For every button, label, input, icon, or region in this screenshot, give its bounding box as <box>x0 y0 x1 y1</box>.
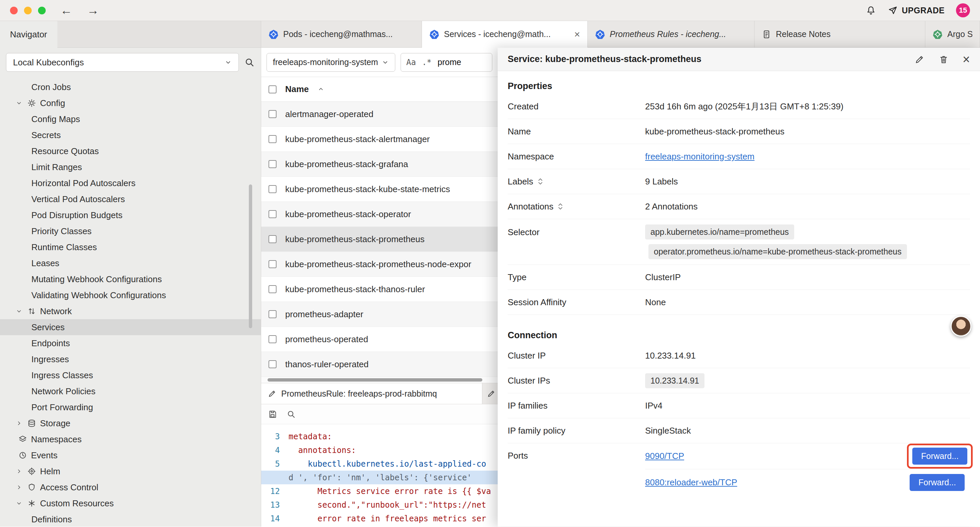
back-button[interactable]: ← <box>60 3 72 18</box>
window-minimize-button[interactable] <box>24 7 32 14</box>
select-all-checkbox[interactable] <box>269 85 277 93</box>
expand-collapse-icon[interactable] <box>538 177 543 186</box>
row-checkbox[interactable] <box>269 235 277 243</box>
sidebar-group-access-control[interactable]: Access Control <box>0 479 261 495</box>
row-checkbox[interactable] <box>269 160 277 168</box>
drawer-title: Service: kube-prometheus-stack-prometheu… <box>508 54 702 64</box>
forward-button-8080[interactable]: Forward... <box>910 474 965 491</box>
tab-argo[interactable]: Argo S <box>925 21 980 48</box>
sidebar-item-namespaces[interactable]: Namespaces <box>0 431 261 447</box>
tab-prometheus-rules[interactable]: Prometheus Rules - icecheng... <box>588 21 754 48</box>
tab-pods[interactable]: Pods - icecheng@mathmas... <box>261 21 422 48</box>
scrollbar-thumb[interactable] <box>267 378 482 382</box>
filter-input[interactable]: Aa .* prome <box>401 53 492 72</box>
edit-pencil-icon[interactable] <box>915 54 924 64</box>
sidebar-item-horizontal-pod-autoscalers[interactable]: Horizontal Pod Autoscalers <box>0 175 261 191</box>
editor-line: kubectl.kubernetes.io/last-applied-co <box>288 459 486 469</box>
row-checkbox[interactable] <box>269 135 277 143</box>
sidebar-item-priority-classes[interactable]: Priority Classes <box>0 223 261 239</box>
trash-icon[interactable] <box>939 54 949 64</box>
sidebar-item-cron-jobs[interactable]: Cron Jobs <box>0 79 261 95</box>
sidebar-item-mutating-webhook-configurations[interactable]: Mutating Webhook Configurations <box>0 271 261 287</box>
tab-services[interactable]: Services - icecheng@math... × <box>422 21 588 48</box>
kubernetes-icon <box>269 29 278 39</box>
kubeconfig-select[interactable]: Local Kubeconfigs <box>6 53 239 72</box>
tab-release-notes[interactable]: Release Notes <box>754 21 925 48</box>
upgrade-button[interactable]: UPGRADE <box>888 5 945 15</box>
table-row[interactable]: prometheus-adapter <box>261 302 498 327</box>
close-drawer-icon[interactable]: × <box>963 53 970 66</box>
sidebar-item-pod-disruption-budgets[interactable]: Pod Disruption Budgets <box>0 207 261 223</box>
sidebar-item-vertical-pod-autoscalers[interactable]: Vertical Pod Autoscalers <box>0 191 261 207</box>
navigator-panel-tab[interactable]: Navigator <box>0 21 57 48</box>
sidebar-group-network[interactable]: Network <box>0 303 261 319</box>
save-icon[interactable] <box>268 409 277 419</box>
row-checkbox[interactable] <box>269 335 277 343</box>
sidebar-item-ingresses[interactable]: Ingresses <box>0 351 261 367</box>
table-row[interactable]: kube-prometheus-stack-operator <box>261 202 498 227</box>
table-row[interactable]: kube-prometheus-stack-grafana <box>261 152 498 177</box>
editor-search-icon[interactable] <box>286 409 296 419</box>
sidebar-item-leases[interactable]: Leases <box>0 255 261 271</box>
sidebar-item-events[interactable]: Events <box>0 447 261 463</box>
sidebar-item-services[interactable]: Services <box>0 319 261 335</box>
sidebar-group-config[interactable]: Config <box>0 95 261 111</box>
close-tab-icon[interactable]: × <box>574 29 580 39</box>
match-case-toggle[interactable]: Aa <box>406 58 416 67</box>
sidebar-item-config-maps[interactable]: Config Maps <box>0 111 261 127</box>
notification-count-badge[interactable]: 15 <box>956 3 970 18</box>
sidebar-item-resource-quotas[interactable]: Resource Quotas <box>0 143 261 159</box>
row-checkbox[interactable] <box>269 360 277 368</box>
table-row[interactable]: kube-prometheus-stack-kube-state-metrics <box>261 177 498 202</box>
editor-line: Metrics service error rate is {{ $va <box>288 487 491 496</box>
sidebar-item-port-forwarding[interactable]: Port Forwarding <box>0 399 261 415</box>
custom-resources-star-icon <box>26 499 37 508</box>
sidebar-group-helm[interactable]: Helm <box>0 463 261 479</box>
row-checkbox[interactable] <box>269 210 277 218</box>
row-checkbox[interactable] <box>269 260 277 268</box>
port-link-8080-reloader-web[interactable]: 8080:reloader-web/TCP <box>645 477 737 488</box>
table-row[interactable]: kube-prometheus-stack-thanos-ruler <box>261 277 498 302</box>
dock-tab-partial[interactable] <box>482 383 498 404</box>
forward-button[interactable]: → <box>87 3 99 18</box>
table-row[interactable]: prometheus-operated <box>261 327 498 352</box>
table-row[interactable]: thanos-ruler-operated <box>261 352 498 377</box>
sidebar-item-secrets[interactable]: Secrets <box>0 127 261 143</box>
row-checkbox[interactable] <box>269 285 277 293</box>
sidebar-item-endpoints[interactable]: Endpoints <box>0 335 261 351</box>
table-row[interactable]: kube-prometheus-stack-alertmanager <box>261 127 498 152</box>
namespace-select[interactable]: freeleaps-monitoring-system <box>267 53 395 72</box>
sidebar-item-validating-webhook-configurations[interactable]: Validating Webhook Configurations <box>0 287 261 303</box>
sort-asc-icon[interactable] <box>318 86 324 93</box>
notifications-bell-icon[interactable] <box>865 5 876 16</box>
sidebar-item-limit-ranges[interactable]: Limit Ranges <box>0 159 261 175</box>
forward-button-9090[interactable]: Forward... <box>912 447 967 465</box>
sidebar-item-ingress-classes[interactable]: Ingress Classes <box>0 367 261 383</box>
sidebar-item-network-policies[interactable]: Network Policies <box>0 383 261 399</box>
table-row[interactable]: alertmanager-operated <box>261 102 498 127</box>
sidebar-item-definitions[interactable]: Definitions <box>0 511 261 527</box>
window-close-button[interactable] <box>10 7 18 14</box>
sidebar-group-custom-resources[interactable]: Custom Resources <box>0 495 261 511</box>
sidebar-search-icon[interactable] <box>244 57 255 68</box>
sidebar-group-storage[interactable]: Storage <box>0 415 261 431</box>
row-checkbox[interactable] <box>269 310 277 318</box>
window-zoom-button[interactable] <box>38 7 46 14</box>
regex-toggle[interactable]: .* <box>422 58 432 67</box>
horizontal-scrollbar[interactable] <box>261 377 498 383</box>
row-checkbox[interactable] <box>269 185 277 193</box>
avatar[interactable] <box>951 316 971 336</box>
table-row[interactable]: kube-prometheus-stack-prometheus-node-ex… <box>261 252 498 277</box>
expand-collapse-icon[interactable] <box>557 202 563 211</box>
yaml-editor[interactable]: 3metadata: 4 annotations: 5 kubectl.kube… <box>261 424 498 527</box>
namespace-link[interactable]: freeleaps-monitoring-system <box>645 151 754 161</box>
port-link-9090[interactable]: 9090/TCP <box>645 451 684 461</box>
dock-tab-prometheusrule[interactable]: PrometheusRule: freeleaps-prod-rabbitmq <box>261 383 482 404</box>
document-icon <box>762 30 771 39</box>
sidebar-scrollbar[interactable] <box>249 185 252 328</box>
table-row-selected[interactable]: kube-prometheus-stack-prometheus <box>261 227 498 252</box>
row-checkbox[interactable] <box>269 110 277 118</box>
sidebar-item-runtime-classes[interactable]: Runtime Classes <box>0 239 261 255</box>
line-number: 3 <box>261 432 288 441</box>
name-column-header[interactable]: Name <box>285 84 309 94</box>
